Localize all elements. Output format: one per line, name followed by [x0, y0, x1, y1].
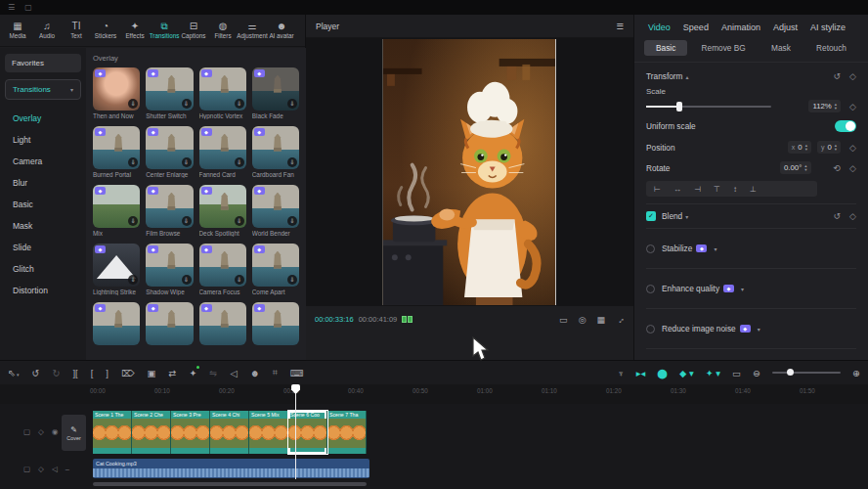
subtab-basic[interactable]: Basic [644, 40, 687, 56]
tab-stickers[interactable]: ◔Stickers [91, 22, 120, 39]
scale-value-input[interactable]: 112% ▴▾ [808, 100, 841, 112]
trim-right-button[interactable]: ] [106, 368, 108, 378]
tab-text[interactable]: TIText [62, 22, 91, 39]
trim-left-button[interactable]: [ [91, 368, 94, 378]
position-x-input[interactable]: x 0 ▴▾ [788, 141, 811, 154]
scale-slider[interactable] [646, 106, 771, 108]
tab-transitions[interactable]: ⧉Transitions [150, 22, 179, 39]
player-menu-icon[interactable]: ☰ [616, 22, 624, 31]
transition-item[interactable]: ◆ [93, 302, 140, 345]
timeline-clip-4[interactable]: Scene 4 Chi [210, 411, 249, 454]
tab-adjustment[interactable]: ⚌Adjustment [238, 22, 267, 39]
transition-item[interactable]: ◆⇩Mix [93, 185, 140, 237]
subtab-retouch[interactable]: Retouch [804, 40, 858, 56]
position-y-input[interactable]: y 0 ▴▾ [817, 141, 841, 154]
magnet-toggle[interactable]: ▸◂ [636, 368, 646, 378]
eye-track-icon[interactable]: ◉ [52, 427, 59, 436]
align-bottom-icon[interactable]: ⊥ [750, 185, 757, 194]
timeline-ruler[interactable]: 00:00 00:10 00:20 00:30 00:40 00:50 01:0… [88, 384, 868, 404]
sidebar-item-blur[interactable]: Blur [5, 172, 81, 194]
delete-button[interactable]: ⌦ [121, 368, 134, 378]
transition-item[interactable]: ◆⇩Film Browse [146, 185, 193, 237]
tab-ai-avatar[interactable]: ☻AI avatar [267, 22, 296, 39]
lock-track-icon[interactable]: ◇ [38, 465, 44, 473]
transition-item[interactable]: ◆⇩Camera Focus [199, 244, 246, 295]
tab-captions[interactable]: ⊟Captions [179, 22, 208, 39]
mute-track-icon[interactable]: ◁ [52, 465, 58, 473]
keyframe-position-icon[interactable]: ◇ [849, 143, 856, 153]
keyframe-toggle[interactable]: ✦ ▾ [706, 368, 720, 378]
timeline-clip-1[interactable]: Scene 1 The [93, 411, 132, 454]
uniform-scale-toggle[interactable] [835, 120, 856, 132]
timeline-clip-7[interactable]: Scene 7 Tha [327, 411, 367, 454]
reverse-button[interactable]: ⇄ [168, 368, 176, 378]
tab-adjust[interactable]: Adjust [773, 22, 798, 32]
sidebar-item-basic[interactable]: Basic [5, 194, 81, 215]
timeline-clip-3[interactable]: Scene 3 Pre [171, 411, 210, 454]
timeline-zoom-slider[interactable] [772, 372, 841, 374]
keyframe-scale-icon[interactable]: ◇ [849, 102, 856, 111]
stabilize-checkbox[interactable] [646, 244, 655, 253]
blend-checkbox[interactable]: ✓ [646, 211, 656, 221]
sidebar-item-light[interactable]: Light [5, 129, 81, 151]
adjust-tool-button[interactable]: ⌗ [273, 367, 278, 378]
download-icon[interactable]: ⇩ [128, 157, 138, 167]
enhance-quality-checkbox[interactable] [646, 285, 655, 293]
tab-speed[interactable]: Speed [683, 22, 709, 32]
step-down-icon[interactable]: ▾ [835, 107, 837, 111]
transition-item[interactable]: ◆⇩Fanned Card [199, 126, 246, 178]
step-down-icon[interactable]: ▾ [804, 168, 806, 172]
keyframe-transform-icon[interactable]: ◇ [849, 71, 856, 81]
hide-track-icon[interactable]: ▢ [23, 465, 30, 473]
transition-item[interactable]: ◆⇩Shadow Wipe [146, 244, 193, 295]
transition-item[interactable]: ◆⇩Come Apart [252, 244, 299, 295]
split-button[interactable]: ][ [72, 368, 77, 378]
sidebar-item-camera[interactable]: Camera [5, 151, 81, 172]
sidebar-item-mask[interactable]: Mask [5, 215, 81, 237]
sidebar-item-distortion[interactable]: Distortion [5, 280, 81, 301]
snap-toggle[interactable]: ⬤ [657, 368, 668, 378]
rotate-dial-icon[interactable]: ⟲ [834, 163, 842, 173]
download-icon[interactable]: ⇩ [128, 99, 138, 109]
tab-video[interactable]: Video [648, 22, 671, 32]
tab-animation[interactable]: Animation [721, 22, 760, 32]
transition-item[interactable]: ◆⇩Burned Portal [93, 126, 140, 178]
download-icon[interactable]: ⇩ [182, 157, 192, 167]
transition-item[interactable]: ◆⇩Deck Spotlight [199, 185, 246, 237]
transition-item[interactable]: ◆⇩Cardboard Fan [252, 126, 299, 178]
mirror-button[interactable]: ⇋ [209, 368, 217, 378]
sidebar-item-glitch[interactable]: Glitch [5, 258, 81, 280]
keyframe-blend-icon[interactable]: ◇ [849, 211, 856, 221]
keyframe-rotate-icon[interactable]: ◇ [849, 163, 856, 173]
detach-audio-button[interactable]: ◁ [230, 368, 237, 378]
zoom-out-button[interactable]: ⊖ [753, 368, 760, 378]
transition-item[interactable]: ◆⇩World Bender [252, 185, 299, 237]
tab-ai-stylize[interactable]: AI stylize [810, 22, 846, 32]
download-icon[interactable]: ⇩ [128, 216, 138, 226]
download-icon[interactable]: ⇩ [182, 216, 192, 226]
download-icon[interactable]: ⇩ [128, 275, 138, 285]
aspect-ratio-icon[interactable]: ▭ [559, 315, 568, 325]
chevron-down-icon[interactable]: ▾ [741, 286, 744, 292]
transition-item[interactable]: ◆⇩Center Enlarge [146, 126, 193, 178]
audio-clip[interactable]: Cat Cooking.mp3 [93, 459, 369, 478]
download-icon[interactable]: ⇩ [287, 275, 297, 285]
cover-button[interactable]: ✎ Cover [62, 415, 86, 451]
crop-button[interactable]: ▣ [147, 368, 155, 378]
quality-icon[interactable]: ▦ [596, 315, 605, 325]
align-middle-v-icon[interactable]: ↕ [733, 185, 737, 194]
reset-transform-icon[interactable]: ↺ [834, 71, 842, 81]
transition-item[interactable]: ◆⇩Shutter Switch [146, 67, 193, 119]
lock-track-icon[interactable]: ◇ [38, 427, 44, 436]
download-icon[interactable]: ⇩ [182, 275, 192, 285]
timeline-horizontal-scrollbar[interactable] [93, 482, 367, 486]
transition-item[interactable]: ◆⇩Hypnotic Vortex [199, 67, 246, 119]
chevron-down-icon[interactable]: ▾ [758, 326, 760, 333]
focus-icon[interactable]: ◎ [579, 315, 586, 325]
preview-axis-button[interactable]: ▭ [732, 368, 741, 378]
timeline-clip-6-selected[interactable]: Scene 6 Coo [288, 411, 327, 454]
transition-item[interactable]: ◆ [199, 302, 246, 345]
sidebar-item-overlay[interactable]: Overlay [5, 108, 81, 129]
tab-audio[interactable]: ♫Audio [32, 22, 62, 39]
voiceover-mic-button[interactable]: ♆ [618, 368, 625, 378]
